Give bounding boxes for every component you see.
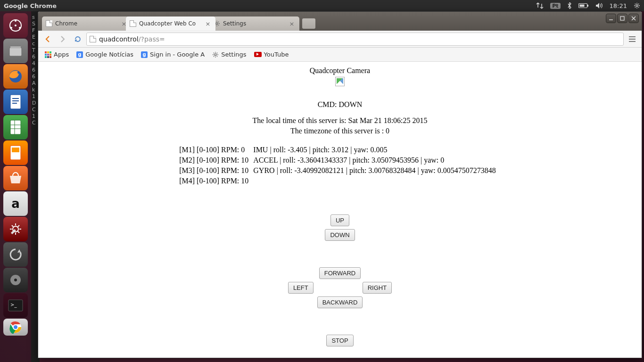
tab-label: Chrome (55, 20, 117, 27)
launcher-files[interactable] (3, 39, 28, 63)
launcher-software-center[interactable] (3, 166, 28, 190)
svg-rect-10 (9, 48, 22, 56)
svg-point-6 (15, 20, 17, 22)
server-time: The local time of this server is: Sat Ma… (38, 115, 642, 126)
tab-label: Settings (223, 20, 285, 27)
window-maximize-button[interactable] (617, 14, 627, 23)
chrome-menu-button[interactable] (626, 33, 639, 46)
launcher-disk-utility[interactable] (3, 268, 28, 292)
backward-button[interactable]: BACKWARD (317, 296, 363, 308)
unity-launcher: a >_ (0, 11, 31, 362)
tab-quadcopter[interactable]: Quadcopter Web Co × (126, 16, 215, 31)
active-app-name: Google Chrome (4, 2, 57, 9)
accel-reading: ACCEL | roll: -3.36041343337 | pitch: 3.… (253, 155, 500, 165)
tab-label: Quadcopter Web Co (139, 20, 201, 27)
right-button[interactable]: RIGHT (363, 282, 392, 294)
svg-point-28 (13, 325, 18, 329)
launcher-firefox[interactable] (3, 64, 28, 89)
stop-button[interactable]: STOP (326, 335, 353, 346)
youtube-favicon (254, 52, 262, 57)
motor2-reading: [M2] [0-100] RPM: 10 (179, 155, 253, 165)
tab-close-icon[interactable]: × (204, 20, 212, 27)
tab-close-icon[interactable]: × (288, 20, 296, 27)
new-tab-button[interactable] (302, 18, 315, 29)
bookmark-google-noticias[interactable]: gGoogle Notícias (74, 49, 136, 59)
page-icon (90, 36, 96, 42)
back-button[interactable] (41, 33, 54, 46)
launcher-software-updater[interactable] (3, 242, 28, 267)
tab-strip: Chrome × Quadcopter Web Co × Settings × (38, 12, 642, 31)
svg-rect-30 (620, 16, 624, 20)
gear-icon (212, 51, 219, 58)
bookmark-label: YouTube (264, 51, 289, 58)
motor1-reading: [M1] [0-100] RPM: 0 (179, 145, 253, 155)
svg-rect-16 (10, 120, 21, 134)
launcher-calc[interactable] (3, 115, 28, 140)
bookmark-google-signin[interactable]: gSign in - Google A (138, 49, 207, 59)
page-icon (130, 20, 136, 27)
bluetooth-icon[interactable] (567, 2, 572, 9)
telemetry-table: [M1] [0-100] RPM: 0IMU | roll: -3.405 | … (179, 145, 501, 186)
launcher-dash[interactable] (3, 13, 28, 38)
google-favicon: g (141, 51, 148, 58)
svg-point-8 (19, 27, 21, 29)
cmd-status: CMD: DOWN (38, 100, 642, 109)
launcher-amazon[interactable]: a (3, 191, 28, 216)
url-path: /?pass= (139, 35, 165, 43)
tab-chrome[interactable]: Chrome × (42, 16, 132, 31)
svg-rect-2 (579, 5, 584, 7)
launcher-system-settings[interactable] (3, 217, 28, 241)
server-timezone: The timezone of this server is : 0 (38, 126, 642, 136)
page-icon (46, 20, 52, 27)
page-title: Quadcopter Camera (38, 66, 642, 75)
gyro-reading: GYRO | roll: -3.40992082121 | pitch: 3.0… (253, 165, 500, 176)
motor4-reading: [M4] [0-100] RPM: 10 (179, 176, 253, 186)
svg-point-35 (215, 54, 216, 56)
launcher-writer[interactable] (3, 90, 28, 114)
google-favicon: g (76, 51, 83, 58)
svg-point-24 (14, 279, 17, 281)
svg-rect-1 (587, 5, 588, 7)
svg-point-7 (10, 27, 12, 29)
bookmark-label: Apps (54, 51, 69, 58)
launcher-impress[interactable] (3, 140, 28, 165)
svg-rect-21 (12, 148, 19, 152)
session-gear-icon[interactable] (634, 2, 640, 9)
sound-icon[interactable] (595, 2, 603, 9)
forward-button[interactable]: FORWARD (319, 267, 361, 279)
keyboard-layout-indicator[interactable]: Pt (550, 3, 560, 9)
bookmark-apps[interactable]: Apps (42, 49, 72, 59)
up-button[interactable]: UP (330, 214, 349, 226)
launcher-terminal[interactable]: >_ (3, 293, 28, 318)
broken-image-icon (335, 77, 345, 86)
launcher-chrome[interactable] (3, 319, 28, 336)
bookmark-settings[interactable]: Settings (209, 49, 249, 59)
battery-icon[interactable] (578, 3, 589, 8)
bookmark-youtube[interactable]: YouTube (251, 49, 292, 59)
browser-toolbar: quadcontrol/?pass= (38, 31, 642, 48)
window-close-button[interactable] (628, 14, 639, 23)
tab-settings[interactable]: Settings × (210, 16, 299, 31)
svg-rect-12 (10, 95, 21, 109)
address-bar[interactable]: quadcontrol/?pass= (86, 33, 624, 46)
apps-grid-icon (45, 51, 51, 58)
network-icon[interactable] (536, 2, 544, 9)
bookmark-label: Settings (221, 51, 246, 58)
imu-reading: IMU | roll: -3.405 | pitch: 3.012 | yaw:… (253, 145, 500, 155)
system-top-panel: Google Chrome Pt 18:21 (0, 0, 644, 11)
bookmarks-bar: Apps gGoogle Notícias gSign in - Google … (38, 48, 642, 62)
system-tray: Pt 18:21 (536, 2, 640, 9)
system-clock[interactable]: 18:21 (610, 2, 627, 9)
bookmark-label: Sign in - Google A (150, 51, 205, 58)
left-button[interactable]: LEFT (288, 282, 314, 294)
svg-text:>_: >_ (10, 302, 17, 308)
svg-point-31 (216, 23, 218, 25)
forward-button[interactable] (56, 33, 69, 46)
svg-point-5 (15, 25, 17, 26)
down-button[interactable]: DOWN (325, 229, 355, 241)
page-content: Quadcopter Camera CMD: DOWN The local ti… (38, 62, 642, 358)
window-minimize-button[interactable] (606, 14, 616, 23)
chrome-window: Chrome × Quadcopter Web Co × Settings × … (38, 11, 642, 358)
url-host: quadcontrol (99, 35, 139, 43)
reload-button[interactable] (71, 33, 84, 46)
